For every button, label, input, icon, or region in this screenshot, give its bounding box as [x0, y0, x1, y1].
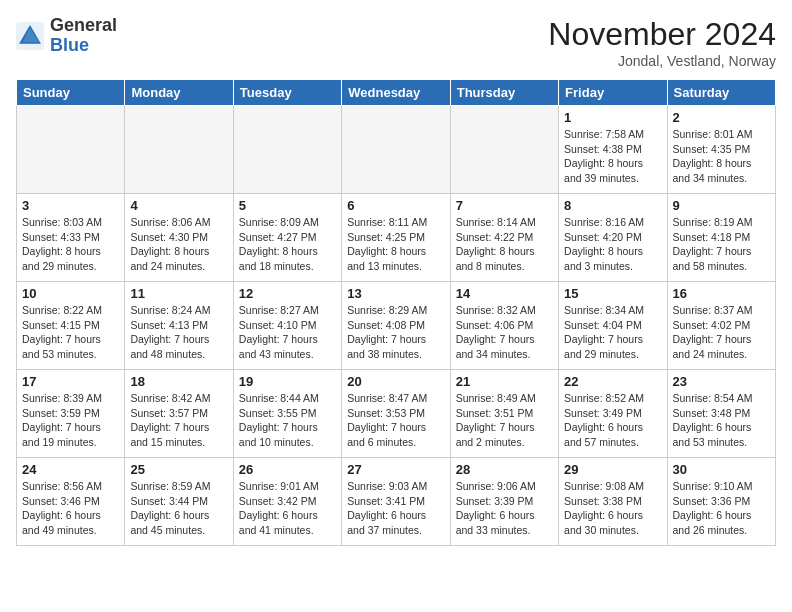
cell-daylight-info: Sunrise: 8:09 AM Sunset: 4:27 PM Dayligh…: [239, 215, 336, 274]
cell-daylight-info: Sunrise: 8:01 AM Sunset: 4:35 PM Dayligh…: [673, 127, 770, 186]
cell-daylight-info: Sunrise: 7:58 AM Sunset: 4:38 PM Dayligh…: [564, 127, 661, 186]
day-number: 6: [347, 198, 444, 213]
logo-blue: Blue: [50, 36, 117, 56]
calendar-cell: 1Sunrise: 7:58 AM Sunset: 4:38 PM Daylig…: [559, 106, 667, 194]
calendar-cell: 28Sunrise: 9:06 AM Sunset: 3:39 PM Dayli…: [450, 458, 558, 546]
day-number: 15: [564, 286, 661, 301]
cell-daylight-info: Sunrise: 8:37 AM Sunset: 4:02 PM Dayligh…: [673, 303, 770, 362]
calendar-cell: 2Sunrise: 8:01 AM Sunset: 4:35 PM Daylig…: [667, 106, 775, 194]
cell-daylight-info: Sunrise: 8:44 AM Sunset: 3:55 PM Dayligh…: [239, 391, 336, 450]
day-number: 17: [22, 374, 119, 389]
calendar-cell: 12Sunrise: 8:27 AM Sunset: 4:10 PM Dayli…: [233, 282, 341, 370]
day-number: 24: [22, 462, 119, 477]
calendar-cell: 3Sunrise: 8:03 AM Sunset: 4:33 PM Daylig…: [17, 194, 125, 282]
day-number: 18: [130, 374, 227, 389]
title-block: November 2024 Jondal, Vestland, Norway: [548, 16, 776, 69]
calendar-week-2: 10Sunrise: 8:22 AM Sunset: 4:15 PM Dayli…: [17, 282, 776, 370]
day-number: 23: [673, 374, 770, 389]
cell-daylight-info: Sunrise: 8:11 AM Sunset: 4:25 PM Dayligh…: [347, 215, 444, 274]
calendar-cell: 10Sunrise: 8:22 AM Sunset: 4:15 PM Dayli…: [17, 282, 125, 370]
calendar-cell: 22Sunrise: 8:52 AM Sunset: 3:49 PM Dayli…: [559, 370, 667, 458]
calendar-cell: 26Sunrise: 9:01 AM Sunset: 3:42 PM Dayli…: [233, 458, 341, 546]
calendar-cell: 6Sunrise: 8:11 AM Sunset: 4:25 PM Daylig…: [342, 194, 450, 282]
col-header-sunday: Sunday: [17, 80, 125, 106]
day-number: 22: [564, 374, 661, 389]
calendar-cell: 8Sunrise: 8:16 AM Sunset: 4:20 PM Daylig…: [559, 194, 667, 282]
cell-daylight-info: Sunrise: 8:19 AM Sunset: 4:18 PM Dayligh…: [673, 215, 770, 274]
header: General Blue November 2024 Jondal, Vestl…: [16, 16, 776, 69]
calendar-week-0: 1Sunrise: 7:58 AM Sunset: 4:38 PM Daylig…: [17, 106, 776, 194]
logo: General Blue: [16, 16, 117, 56]
cell-daylight-info: Sunrise: 8:59 AM Sunset: 3:44 PM Dayligh…: [130, 479, 227, 538]
cell-daylight-info: Sunrise: 8:27 AM Sunset: 4:10 PM Dayligh…: [239, 303, 336, 362]
calendar-cell: [125, 106, 233, 194]
calendar-cell: 7Sunrise: 8:14 AM Sunset: 4:22 PM Daylig…: [450, 194, 558, 282]
calendar-header-row: SundayMondayTuesdayWednesdayThursdayFrid…: [17, 80, 776, 106]
cell-daylight-info: Sunrise: 9:10 AM Sunset: 3:36 PM Dayligh…: [673, 479, 770, 538]
calendar-cell: 5Sunrise: 8:09 AM Sunset: 4:27 PM Daylig…: [233, 194, 341, 282]
cell-daylight-info: Sunrise: 8:16 AM Sunset: 4:20 PM Dayligh…: [564, 215, 661, 274]
logo-icon: [16, 22, 44, 50]
cell-daylight-info: Sunrise: 8:22 AM Sunset: 4:15 PM Dayligh…: [22, 303, 119, 362]
cell-daylight-info: Sunrise: 9:01 AM Sunset: 3:42 PM Dayligh…: [239, 479, 336, 538]
col-header-saturday: Saturday: [667, 80, 775, 106]
calendar-cell: [450, 106, 558, 194]
cell-daylight-info: Sunrise: 8:47 AM Sunset: 3:53 PM Dayligh…: [347, 391, 444, 450]
day-number: 20: [347, 374, 444, 389]
cell-daylight-info: Sunrise: 8:42 AM Sunset: 3:57 PM Dayligh…: [130, 391, 227, 450]
calendar-cell: 20Sunrise: 8:47 AM Sunset: 3:53 PM Dayli…: [342, 370, 450, 458]
day-number: 12: [239, 286, 336, 301]
day-number: 30: [673, 462, 770, 477]
calendar-cell: 4Sunrise: 8:06 AM Sunset: 4:30 PM Daylig…: [125, 194, 233, 282]
calendar-cell: 14Sunrise: 8:32 AM Sunset: 4:06 PM Dayli…: [450, 282, 558, 370]
day-number: 13: [347, 286, 444, 301]
calendar-cell: 23Sunrise: 8:54 AM Sunset: 3:48 PM Dayli…: [667, 370, 775, 458]
day-number: 14: [456, 286, 553, 301]
calendar-cell: 27Sunrise: 9:03 AM Sunset: 3:41 PM Dayli…: [342, 458, 450, 546]
page-container: General Blue November 2024 Jondal, Vestl…: [0, 0, 792, 558]
cell-daylight-info: Sunrise: 8:03 AM Sunset: 4:33 PM Dayligh…: [22, 215, 119, 274]
logo-general: General: [50, 16, 117, 36]
calendar-week-1: 3Sunrise: 8:03 AM Sunset: 4:33 PM Daylig…: [17, 194, 776, 282]
day-number: 3: [22, 198, 119, 213]
cell-daylight-info: Sunrise: 8:14 AM Sunset: 4:22 PM Dayligh…: [456, 215, 553, 274]
day-number: 19: [239, 374, 336, 389]
calendar-cell: 25Sunrise: 8:59 AM Sunset: 3:44 PM Dayli…: [125, 458, 233, 546]
cell-daylight-info: Sunrise: 8:06 AM Sunset: 4:30 PM Dayligh…: [130, 215, 227, 274]
cell-daylight-info: Sunrise: 8:49 AM Sunset: 3:51 PM Dayligh…: [456, 391, 553, 450]
cell-daylight-info: Sunrise: 8:39 AM Sunset: 3:59 PM Dayligh…: [22, 391, 119, 450]
calendar-cell: 18Sunrise: 8:42 AM Sunset: 3:57 PM Dayli…: [125, 370, 233, 458]
cell-daylight-info: Sunrise: 9:03 AM Sunset: 3:41 PM Dayligh…: [347, 479, 444, 538]
calendar-cell: 13Sunrise: 8:29 AM Sunset: 4:08 PM Dayli…: [342, 282, 450, 370]
cell-daylight-info: Sunrise: 8:54 AM Sunset: 3:48 PM Dayligh…: [673, 391, 770, 450]
day-number: 5: [239, 198, 336, 213]
calendar-cell: 17Sunrise: 8:39 AM Sunset: 3:59 PM Dayli…: [17, 370, 125, 458]
col-header-thursday: Thursday: [450, 80, 558, 106]
cell-daylight-info: Sunrise: 9:08 AM Sunset: 3:38 PM Dayligh…: [564, 479, 661, 538]
calendar-week-3: 17Sunrise: 8:39 AM Sunset: 3:59 PM Dayli…: [17, 370, 776, 458]
calendar-cell: 19Sunrise: 8:44 AM Sunset: 3:55 PM Dayli…: [233, 370, 341, 458]
calendar-cell: 24Sunrise: 8:56 AM Sunset: 3:46 PM Dayli…: [17, 458, 125, 546]
day-number: 29: [564, 462, 661, 477]
cell-daylight-info: Sunrise: 8:52 AM Sunset: 3:49 PM Dayligh…: [564, 391, 661, 450]
calendar-cell: 29Sunrise: 9:08 AM Sunset: 3:38 PM Dayli…: [559, 458, 667, 546]
calendar-table: SundayMondayTuesdayWednesdayThursdayFrid…: [16, 79, 776, 546]
location: Jondal, Vestland, Norway: [548, 53, 776, 69]
day-number: 28: [456, 462, 553, 477]
calendar-cell: 11Sunrise: 8:24 AM Sunset: 4:13 PM Dayli…: [125, 282, 233, 370]
cell-daylight-info: Sunrise: 8:34 AM Sunset: 4:04 PM Dayligh…: [564, 303, 661, 362]
day-number: 7: [456, 198, 553, 213]
day-number: 1: [564, 110, 661, 125]
day-number: 2: [673, 110, 770, 125]
calendar-cell: 15Sunrise: 8:34 AM Sunset: 4:04 PM Dayli…: [559, 282, 667, 370]
day-number: 8: [564, 198, 661, 213]
day-number: 9: [673, 198, 770, 213]
day-number: 10: [22, 286, 119, 301]
calendar-cell: [17, 106, 125, 194]
month-title: November 2024: [548, 16, 776, 53]
calendar-cell: 9Sunrise: 8:19 AM Sunset: 4:18 PM Daylig…: [667, 194, 775, 282]
col-header-wednesday: Wednesday: [342, 80, 450, 106]
col-header-friday: Friday: [559, 80, 667, 106]
logo-text: General Blue: [50, 16, 117, 56]
col-header-monday: Monday: [125, 80, 233, 106]
